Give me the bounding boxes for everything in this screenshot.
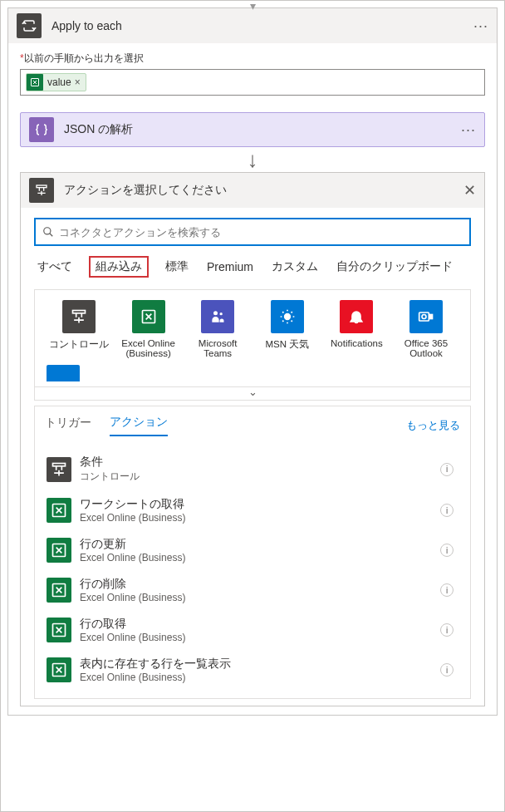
- action-title: 表内に存在する行を一覧表示: [80, 657, 440, 672]
- action-title: 行の削除: [80, 577, 440, 592]
- output-select-input[interactable]: value ×: [20, 69, 485, 96]
- connector-label: Excel Online (Business): [116, 338, 181, 358]
- action-title: 行の更新: [80, 537, 440, 552]
- info-icon[interactable]: i: [440, 504, 454, 517]
- tab-actions[interactable]: アクション: [110, 415, 168, 436]
- control-icon: [47, 457, 71, 482]
- action-subtitle: Excel Online (Business): [80, 552, 440, 563]
- see-more-link[interactable]: もっと見る: [406, 418, 460, 433]
- action-list: 条件コントロールiワークシートの取得Excel Online (Business…: [45, 448, 460, 690]
- info-icon[interactable]: i: [440, 544, 454, 557]
- connector-teams[interactable]: Microsoft Teams: [185, 300, 250, 358]
- connector-outlook[interactable]: Office 365 Outlook: [394, 300, 458, 358]
- tab-premium[interactable]: Premium: [205, 257, 255, 277]
- value-token[interactable]: value ×: [26, 73, 86, 91]
- notif-icon: [340, 300, 373, 333]
- action-item[interactable]: 条件コントロールi: [45, 448, 455, 490]
- action-item[interactable]: ワークシートの取得Excel Online (Business)i: [45, 490, 455, 530]
- info-icon[interactable]: i: [440, 583, 454, 597]
- svg-point-7: [284, 314, 290, 320]
- action-subtitle: Excel Online (Business): [80, 592, 440, 603]
- action-picker-icon: [29, 178, 54, 203]
- close-icon[interactable]: ✕: [463, 181, 476, 199]
- connector-control[interactable]: コントロール: [47, 300, 111, 358]
- action-item[interactable]: 行の取得Excel Online (Business)i: [45, 610, 455, 650]
- search-input-wrap[interactable]: [34, 218, 471, 246]
- action-picker: アクションを選択してください ✕ すべて 組み込み 標準 Premium: [20, 172, 485, 706]
- svg-rect-1: [37, 185, 47, 188]
- connector-excel[interactable]: Excel Online (Business): [116, 300, 181, 358]
- excel-icon: [47, 657, 71, 682]
- action-item[interactable]: 行の更新Excel Online (Business)i: [45, 530, 455, 570]
- svg-rect-8: [419, 312, 429, 321]
- connectors-expand[interactable]: ⌄: [34, 387, 471, 401]
- info-icon[interactable]: i: [440, 463, 454, 476]
- action-item[interactable]: 行の削除Excel Online (Business)i: [45, 570, 455, 610]
- action-item[interactable]: 表内に存在する行を一覧表示Excel Online (Business)i: [45, 650, 455, 690]
- action-title: 条件: [80, 455, 440, 470]
- excel-token-icon: [27, 74, 43, 91]
- connector-weather[interactable]: MSN 天気: [255, 300, 320, 358]
- apply-to-each-card: Apply to each ··· *以前の手順から出力を選択 value ×: [7, 7, 498, 716]
- svg-rect-10: [429, 314, 433, 320]
- tab-custom[interactable]: カスタム: [270, 256, 320, 278]
- connector-label: Office 365 Outlook: [394, 338, 458, 358]
- tab-clipboard[interactable]: 自分のクリップボード: [335, 256, 454, 278]
- tab-standard[interactable]: 標準: [164, 256, 190, 278]
- flow-arrow-top: ▾: [250, 0, 256, 12]
- action-title: 行の取得: [80, 617, 440, 632]
- svg-rect-11: [53, 463, 66, 465]
- action-title: ワークシートの取得: [80, 497, 440, 512]
- outlook-icon: [409, 300, 443, 333]
- excel-icon: [47, 618, 71, 642]
- json-parse-menu[interactable]: ···: [461, 121, 476, 139]
- info-icon[interactable]: i: [440, 663, 454, 677]
- connector-label: コントロール: [49, 338, 109, 351]
- apply-to-each-header[interactable]: Apply to each ···: [8, 8, 497, 43]
- loop-icon: [17, 13, 42, 38]
- action-subtitle: Excel Online (Business): [80, 672, 440, 683]
- connector-label: Notifications: [331, 338, 383, 348]
- teams-icon: [201, 300, 234, 333]
- connectors-row: コントロールExcel Online (Business)Microsoft T…: [42, 300, 463, 358]
- search-input[interactable]: [54, 226, 463, 239]
- tab-triggers[interactable]: トリガー: [45, 416, 91, 436]
- action-picker-header: アクションを選択してください ✕: [21, 173, 484, 208]
- svg-point-6: [220, 312, 223, 315]
- excel-icon: [47, 498, 71, 523]
- excel-icon: [47, 538, 71, 563]
- action-subtitle: Excel Online (Business): [80, 512, 440, 524]
- svg-rect-3: [73, 311, 86, 313]
- action-subtitle: Excel Online (Business): [80, 632, 440, 643]
- output-select-label: *以前の手順から出力を選択: [20, 52, 485, 66]
- connector-label: MSN 天気: [265, 338, 309, 351]
- svg-point-5: [213, 311, 218, 315]
- control-icon: [62, 300, 96, 333]
- search-icon: [42, 226, 54, 238]
- svg-point-9: [422, 315, 426, 319]
- json-icon: [29, 117, 54, 142]
- tab-all[interactable]: すべて: [36, 256, 74, 278]
- weather-icon: [271, 300, 304, 333]
- apply-to-each-menu[interactable]: ···: [473, 17, 488, 35]
- token-remove[interactable]: ×: [75, 76, 81, 88]
- flow-arrow: ↓: [20, 149, 485, 170]
- json-parse-header[interactable]: JSON の解析 ···: [20, 112, 485, 147]
- info-icon[interactable]: i: [440, 623, 454, 637]
- json-parse-title: JSON の解析: [64, 122, 461, 137]
- excel-icon: [132, 300, 165, 333]
- connector-label: Microsoft Teams: [185, 338, 250, 358]
- action-subtitle: コントロール: [80, 470, 440, 484]
- excel-icon: [47, 578, 71, 603]
- tab-builtin[interactable]: 組み込み: [89, 256, 149, 278]
- svg-point-2: [44, 228, 51, 234]
- action-picker-title: アクションを選択してください: [64, 183, 463, 198]
- picker-category-tabs: すべて 組み込み 標準 Premium カスタム 自分のクリップボード: [34, 256, 471, 284]
- connector-notif[interactable]: Notifications: [324, 300, 389, 358]
- apply-to-each-title: Apply to each: [51, 19, 473, 32]
- connector-more-peek[interactable]: [47, 365, 80, 381]
